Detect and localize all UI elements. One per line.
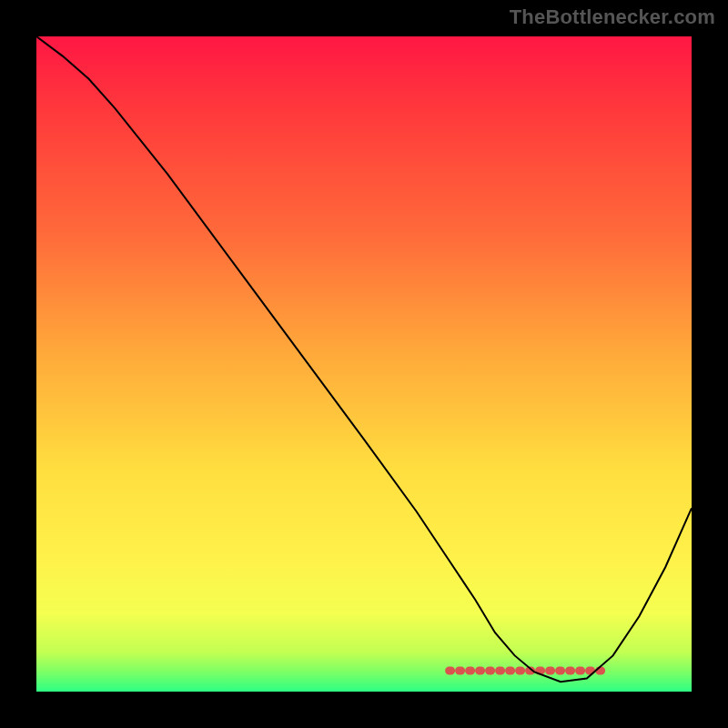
- gradient-background: [36, 36, 692, 692]
- chart-frame: TheBottlenecker.com: [0, 0, 728, 728]
- plot-area: [36, 36, 692, 692]
- plot-svg: [36, 36, 692, 692]
- watermark-text: TheBottlenecker.com: [510, 5, 715, 29]
